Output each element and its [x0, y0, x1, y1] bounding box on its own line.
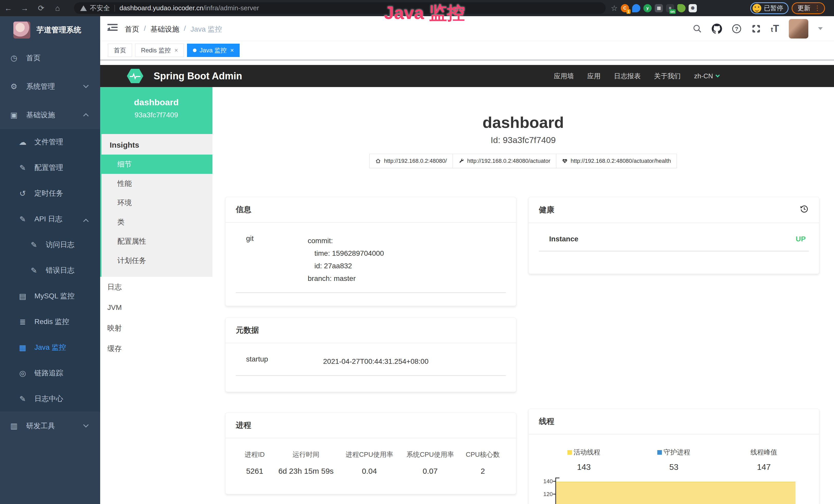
sba-menu-scheduled-tasks[interactable]: 计划任务 — [102, 251, 213, 270]
tab-java-monitor[interactable]: Java 监控 × — [187, 44, 240, 57]
sidebar-item-log-center[interactable]: ✎ 日志中心 — [0, 386, 100, 412]
sba-language-select[interactable]: zh-CN — [694, 72, 719, 80]
instance-title: dashboard — [213, 113, 834, 132]
edit-icon: ✎ — [17, 215, 28, 224]
user-menu-caret-icon[interactable] — [818, 27, 823, 30]
sba-menu-caches[interactable]: 缓存 — [100, 338, 213, 359]
sba-instance-header[interactable]: dashboard 93a3fc7f7409 — [100, 87, 213, 134]
app-logo[interactable]: 芋道管理系统 — [0, 16, 100, 44]
sba-instance-sidebar: dashboard 93a3fc7f7409 Insights 细节 性能 环境… — [100, 87, 213, 504]
sidebar-item-dev-tools[interactable]: ▥ 研发工具 — [0, 412, 100, 440]
home-icon — [375, 158, 381, 164]
sidebar-item-home[interactable]: ◷ 首页 — [0, 44, 100, 72]
text-size-icon[interactable]: tT — [771, 23, 779, 34]
live-threads-value: 143 — [539, 462, 629, 472]
security-label: 不安全 — [90, 4, 110, 13]
extension-pin-icon[interactable] — [632, 4, 640, 12]
sidebar-item-jobs[interactable]: ↺ 定时任务 — [0, 181, 100, 206]
sidebar-item-error-log[interactable]: ✎ 错误日志 — [0, 257, 100, 283]
sidebar-item-system[interactable]: ⚙ 系统管理 — [0, 72, 100, 101]
user-avatar[interactable] — [789, 19, 808, 39]
health-instance-row[interactable]: Instance UP — [539, 235, 809, 251]
sidebar-item-infra[interactable]: ▣ 基础设施 — [0, 101, 100, 129]
sidebar-item-tracing[interactable]: ◎ 链路追踪 — [0, 360, 100, 386]
sidebar-item-mysql[interactable]: ▤ MySQL 监控 — [0, 283, 100, 309]
wrench-icon — [459, 158, 464, 164]
extension-icon[interactable]: C1 — [621, 4, 629, 12]
metadata-card-title: 元数据 — [236, 325, 259, 336]
profile-chip[interactable]: 已暂停 — [750, 2, 789, 14]
address-bar[interactable]: 不安全 dashboard.yudao.iocoder.cn /infra/ad… — [74, 2, 606, 14]
sba-menu-mappings[interactable]: 映射 — [100, 318, 213, 338]
sba-nav-applications[interactable]: 应用 — [587, 72, 600, 81]
chevron-down-icon — [83, 83, 89, 88]
extension-leaf-icon[interactable] — [677, 4, 685, 12]
extensions-puzzle-icon[interactable]: ⬣ — [688, 4, 697, 12]
help-icon[interactable]: ? — [732, 24, 742, 33]
fullscreen-icon[interactable] — [751, 24, 761, 33]
bookmark-star-icon[interactable]: ☆ — [611, 4, 618, 13]
search-icon[interactable] — [693, 24, 702, 33]
sidebar-item-config[interactable]: ✎ 配置管理 — [0, 155, 100, 181]
app-title: 芋道管理系统 — [37, 25, 81, 35]
extension-grid-icon[interactable]: ▦ — [655, 4, 663, 12]
sba-menu-environment[interactable]: 环境 — [102, 193, 213, 212]
sba-menu-classes[interactable]: 类 — [102, 212, 213, 232]
reload-icon[interactable]: ⟳ — [33, 4, 49, 13]
status-badge: UP — [796, 235, 806, 243]
breadcrumb-infra[interactable]: 基础设施 — [151, 24, 179, 34]
actuator-url-link[interactable]: http://192.168.0.2:48080/actuator — [453, 154, 556, 168]
process-uptime: 6d 23h 15m 59s — [273, 467, 338, 476]
sidebar-item-access-log[interactable]: ✎ 访问日志 — [0, 232, 100, 257]
chrome-menu-icon[interactable]: ⋮ — [814, 4, 821, 12]
sba-brand[interactable]: Spring Boot Admin — [154, 71, 242, 82]
github-icon[interactable] — [712, 24, 722, 34]
monitor-icon: ▣ — [8, 110, 20, 119]
info-card-title: 信息 — [236, 204, 251, 215]
forward-icon[interactable]: → — [17, 4, 33, 13]
sba-menu-details[interactable]: 细节 — [102, 155, 213, 174]
metadata-startup-row: startup 2021-04-27T00:44:31.254+08:00 — [236, 355, 506, 376]
breadcrumb: 首页 / 基础设施 / Java 监控 — [125, 24, 222, 34]
not-secure-icon — [80, 5, 87, 11]
tab-redis-monitor[interactable]: Redis 监控 × — [135, 44, 184, 57]
sidebar-item-java-monitor[interactable]: ▦ Java 监控 — [0, 335, 100, 360]
health-url-link[interactable]: http://192.168.0.2:48080/actuator/health — [556, 154, 677, 168]
service-url-link[interactable]: http://192.168.0.2:48080/ — [369, 154, 453, 168]
sba-instance-content: dashboard Id: 93a3fc7f7409 http://192.16… — [213, 87, 834, 504]
close-icon[interactable]: × — [174, 47, 178, 54]
instance-name: dashboard — [100, 97, 213, 107]
daemon-threads-legend-swatch — [657, 450, 662, 455]
sidebar-item-api-log[interactable]: ✎ API 日志 — [0, 206, 100, 232]
close-icon[interactable]: × — [230, 47, 234, 54]
edit-icon: ✎ — [28, 266, 40, 275]
process-card: 进程 进程ID 运行时间 进程CPU使用率 系统CPU使用率 CPU核心数 — [225, 413, 516, 494]
threads-stats: 活动线程 143 守护进程 53 线程峰值 147 — [539, 448, 809, 472]
infra-submenu: ☁ 文件管理 ✎ 配置管理 ↺ 定时任务 ✎ API 日志 ✎ 访问日志 ✎ 错… — [0, 129, 100, 412]
sba-menu-metrics[interactable]: 性能 — [102, 174, 213, 193]
sba-nav-wallboard[interactable]: 应用墙 — [554, 72, 574, 81]
chrome-update-button[interactable]: 更新 ⋮ — [792, 2, 825, 14]
breadcrumb-home[interactable]: 首页 — [125, 24, 139, 34]
chevron-up-icon — [83, 113, 89, 119]
sidebar-collapse-icon[interactable] — [107, 24, 118, 33]
database-icon: ▤ — [17, 292, 28, 301]
chevron-down-icon — [83, 422, 89, 428]
sba-nav-about[interactable]: 关于我们 — [654, 72, 681, 81]
sba-menu-logging[interactable]: 日志 — [100, 277, 213, 297]
sba-menu-config-props[interactable]: 配置属性 — [102, 232, 213, 251]
extension-y-icon[interactable]: y — [643, 4, 652, 12]
url-path: /infra/admin-server — [203, 4, 259, 12]
back-icon[interactable]: ← — [0, 4, 17, 13]
annotation-text: Java 监控 — [384, 1, 465, 25]
extension-badge: 1 — [627, 9, 631, 14]
sidebar-item-redis[interactable]: ≣ Redis 监控 — [0, 309, 100, 335]
sba-menu-jvm[interactable]: JVM — [100, 297, 213, 318]
sba-logo-icon[interactable] — [127, 69, 143, 83]
sidebar-item-files[interactable]: ☁ 文件管理 — [0, 129, 100, 155]
sba-nav-journal[interactable]: 日志报表 — [614, 72, 641, 81]
tab-home[interactable]: 首页 — [108, 44, 132, 57]
extension-switch-icon[interactable]: ≡on — [666, 4, 674, 12]
history-icon[interactable] — [799, 204, 809, 215]
home-icon[interactable]: ⌂ — [49, 4, 66, 13]
